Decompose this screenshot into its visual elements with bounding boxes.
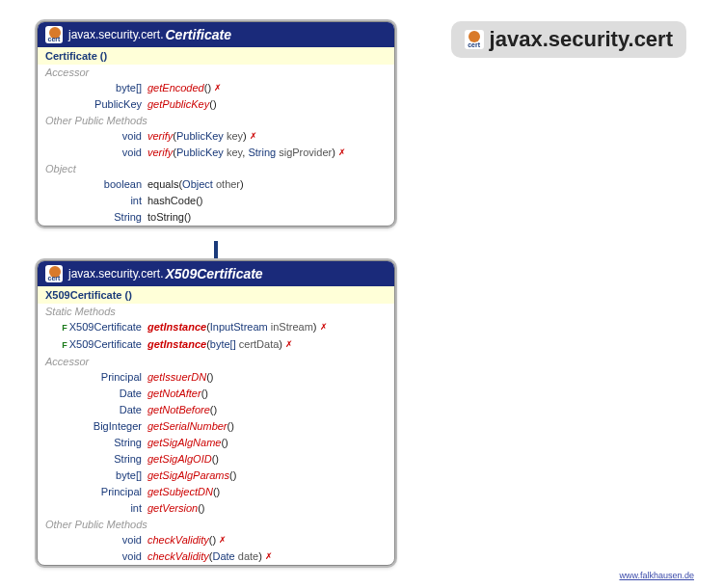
return-type: void bbox=[45, 549, 147, 564]
constructor: X509Certificate () bbox=[38, 286, 394, 304]
method-row: StringgetSigAlgName() bbox=[38, 435, 394, 451]
return-type: byte[] bbox=[45, 468, 147, 483]
attribution-link[interactable]: www.falkhausen.de bbox=[619, 571, 694, 580]
class-header: cert javax.security.cert. X509Certificat… bbox=[38, 261, 394, 286]
throws-icon: ✗ bbox=[214, 81, 222, 95]
return-type: void bbox=[45, 146, 147, 160]
method-row: StringtoString() bbox=[38, 209, 394, 226]
method-row: booleanequals (Object other) bbox=[38, 176, 394, 193]
method-row: PublicKeygetPublicKey() bbox=[38, 96, 394, 113]
method-row: DategetNotAfter() bbox=[38, 386, 394, 402]
section-label: Accessor bbox=[38, 354, 394, 369]
class-body: Accessorbyte[]getEncoded()✗PublicKeygetP… bbox=[38, 65, 394, 226]
throws-icon: ✗ bbox=[265, 549, 273, 564]
method-params: () bbox=[229, 468, 236, 483]
method-params: () bbox=[206, 370, 213, 385]
method-params: (InputStream inStream) bbox=[206, 320, 316, 335]
method-name: hashCode bbox=[147, 194, 196, 208]
method-row: voidverify (PublicKey key)✗ bbox=[38, 128, 394, 145]
method-name: verify bbox=[147, 146, 173, 160]
page-title-text: javax.security.cert bbox=[490, 27, 673, 52]
throws-icon: ✗ bbox=[219, 533, 227, 548]
method-params: () bbox=[198, 501, 204, 516]
class-body: Static MethodsFX509CertificategetInstanc… bbox=[38, 304, 394, 565]
method-name: checkValidity bbox=[147, 533, 209, 548]
method-row: DategetNotBefore() bbox=[38, 402, 394, 418]
method-row: byte[]getEncoded()✗ bbox=[38, 80, 394, 96]
constructor: Certificate () bbox=[38, 47, 394, 65]
return-type: PublicKey bbox=[45, 97, 147, 112]
method-name: getNotBefore bbox=[147, 403, 210, 417]
return-type: int bbox=[45, 501, 147, 516]
return-type: int bbox=[45, 194, 147, 208]
final-marker: F bbox=[62, 323, 67, 333]
cert-icon: cert bbox=[465, 30, 484, 49]
method-params: (Date date) bbox=[209, 549, 262, 564]
return-type: byte[] bbox=[45, 81, 147, 95]
section-label: Other Public Methods bbox=[38, 113, 394, 128]
method-row: voidcheckValidity (Date date)✗ bbox=[38, 548, 394, 565]
method-params: () bbox=[209, 97, 216, 112]
method-params: (byte[] certData) bbox=[206, 337, 282, 353]
method-params: () bbox=[209, 533, 216, 548]
return-type: Date bbox=[45, 387, 147, 401]
method-params: () bbox=[212, 452, 219, 467]
method-name: getInstance bbox=[147, 320, 206, 335]
page-title: cert javax.security.cert bbox=[451, 21, 686, 58]
final-marker: F bbox=[62, 340, 67, 350]
class-name: Certificate bbox=[165, 27, 230, 42]
return-type: Date bbox=[45, 403, 147, 417]
cert-icon: cert bbox=[45, 265, 63, 282]
method-params: () bbox=[210, 403, 217, 417]
class-name: X509Certificate bbox=[165, 266, 262, 281]
return-type: String bbox=[45, 210, 147, 225]
method-params: (PublicKey key) bbox=[173, 129, 246, 144]
section-label: Other Public Methods bbox=[38, 517, 394, 532]
method-row: byte[]getSigAlgParams() bbox=[38, 468, 394, 484]
method-row: StringgetSigAlgOID() bbox=[38, 451, 394, 468]
method-row: BigIntegergetSerialNumber() bbox=[38, 418, 394, 435]
method-params: (Object other) bbox=[178, 177, 243, 192]
method-name: checkValidity bbox=[147, 549, 209, 564]
class-certificate: cert javax.security.cert. Certificate Ce… bbox=[37, 21, 395, 227]
method-params: () bbox=[213, 485, 220, 499]
method-name: getEncoded bbox=[147, 81, 204, 95]
method-params: () bbox=[228, 419, 234, 434]
method-row: inthashCode() bbox=[38, 193, 394, 209]
throws-icon: ✗ bbox=[338, 146, 346, 160]
method-name: equals bbox=[147, 177, 178, 192]
method-name: getNotAfter bbox=[147, 387, 201, 401]
throws-icon: ✗ bbox=[320, 320, 328, 335]
method-params: () bbox=[196, 194, 202, 208]
method-row: PrincipalgetIssuerDN() bbox=[38, 369, 394, 386]
method-name: getSubjectDN bbox=[147, 485, 213, 499]
class-x509certificate: cert javax.security.cert. X509Certificat… bbox=[37, 260, 395, 566]
method-row: FX509CertificategetInstance (InputStream… bbox=[38, 319, 394, 336]
section-label: Static Methods bbox=[38, 304, 394, 319]
method-name: getPublicKey bbox=[147, 97, 209, 112]
return-type: FX509Certificate bbox=[45, 320, 147, 335]
method-params: () bbox=[201, 387, 208, 401]
method-name: getIssuerDN bbox=[147, 370, 206, 385]
method-name: toString bbox=[147, 210, 184, 225]
return-type: void bbox=[45, 129, 147, 144]
section-label: Accessor bbox=[38, 65, 394, 80]
method-row: voidcheckValidity()✗ bbox=[38, 532, 394, 548]
package-label: javax.security.cert. bbox=[68, 267, 163, 281]
return-type: String bbox=[45, 436, 147, 450]
method-row: FX509CertificategetInstance (byte[] cert… bbox=[38, 336, 394, 354]
return-type: String bbox=[45, 452, 147, 467]
package-label: javax.security.cert. bbox=[68, 28, 163, 41]
method-row: voidverify (PublicKey key, String sigPro… bbox=[38, 145, 394, 161]
method-name: getVersion bbox=[147, 501, 198, 516]
method-name: verify bbox=[147, 129, 173, 144]
method-row: intgetVersion() bbox=[38, 500, 394, 517]
method-name: getSigAlgName bbox=[147, 436, 221, 450]
method-row: PrincipalgetSubjectDN() bbox=[38, 484, 394, 500]
section-label: Object bbox=[38, 161, 394, 176]
return-type: void bbox=[45, 533, 147, 548]
inheritance-connector bbox=[214, 241, 218, 262]
return-type: Principal bbox=[45, 370, 147, 385]
return-type: FX509Certificate bbox=[45, 337, 147, 353]
return-type: Principal bbox=[45, 485, 147, 499]
